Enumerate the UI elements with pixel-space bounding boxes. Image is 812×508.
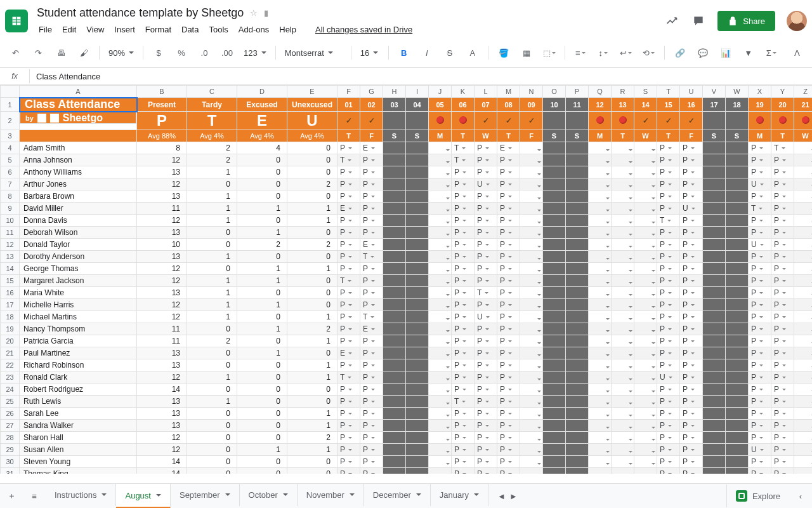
row-header[interactable]: 16 — [1, 287, 20, 299]
attendance-cell[interactable] — [612, 142, 634, 154]
weekend-cell[interactable] — [406, 444, 429, 456]
attendance-cell[interactable]: P — [657, 420, 680, 432]
excused-count[interactable]: 0 — [237, 154, 287, 166]
attendance-cell[interactable]: P — [771, 178, 794, 190]
attendance-cell[interactable] — [634, 456, 657, 468]
attendance-cell[interactable]: P — [680, 287, 703, 299]
attendance-cell[interactable] — [520, 239, 543, 251]
print-icon[interactable]: 🖶 — [51, 44, 71, 62]
weekend-cell[interactable] — [383, 154, 406, 166]
attendance-cell[interactable] — [520, 311, 543, 323]
excused-count[interactable]: 4 — [237, 142, 287, 154]
weekend-cell[interactable] — [406, 263, 429, 275]
stat-letter[interactable]: P — [137, 112, 187, 130]
attendance-cell[interactable]: E — [497, 142, 520, 154]
attendance-cell[interactable] — [634, 215, 657, 227]
attendance-cell[interactable] — [589, 287, 612, 299]
excused-count[interactable]: 0 — [237, 420, 287, 432]
present-count[interactable]: 13 — [137, 420, 187, 432]
weekend-cell[interactable] — [543, 154, 566, 166]
attendance-cell[interactable] — [429, 227, 452, 239]
weekend-cell[interactable] — [566, 166, 589, 178]
attendance-cell[interactable] — [589, 227, 612, 239]
attendance-cell[interactable]: E — [337, 347, 360, 359]
weekend-cell[interactable] — [383, 299, 406, 311]
weekend-cell[interactable] — [543, 444, 566, 456]
excused-count[interactable]: 0 — [237, 335, 287, 347]
attendance-cell[interactable] — [634, 178, 657, 190]
weekend-cell[interactable] — [543, 251, 566, 263]
weekend-cell[interactable] — [383, 347, 406, 359]
weekend-cell[interactable] — [703, 468, 726, 474]
unexcused-count[interactable]: 0 — [287, 396, 337, 408]
col-header[interactable]: M — [497, 86, 520, 98]
present-count[interactable]: 12 — [137, 371, 187, 384]
row-header[interactable]: 28 — [1, 432, 20, 444]
weekend-cell[interactable] — [406, 142, 429, 154]
attendance-cell[interactable] — [589, 359, 612, 371]
attendance-cell[interactable] — [794, 444, 813, 456]
unexcused-count[interactable]: 0 — [287, 456, 337, 468]
row-header[interactable]: 26 — [1, 408, 20, 420]
weekend-cell[interactable] — [726, 347, 749, 359]
weekend-cell[interactable] — [406, 359, 429, 371]
col-header[interactable]: Y — [771, 86, 794, 98]
attendance-cell[interactable]: P — [749, 287, 771, 299]
attendance-cell[interactable]: P — [749, 335, 771, 347]
attendance-cell[interactable]: P — [497, 166, 520, 178]
attendance-cell[interactable]: P — [657, 239, 680, 251]
day-status[interactable]: ✓ — [475, 112, 497, 130]
font-dropdown[interactable]: Montserrat — [281, 44, 346, 62]
weekend-cell[interactable] — [566, 396, 589, 408]
tardy-count[interactable]: 0 — [187, 432, 237, 444]
excused-count[interactable]: 0 — [237, 408, 287, 420]
attendance-cell[interactable] — [589, 215, 612, 227]
excused-count[interactable]: 0 — [237, 371, 287, 384]
attendance-cell[interactable] — [634, 323, 657, 335]
day-number[interactable]: 06 — [452, 98, 475, 112]
attendance-cell[interactable]: P — [452, 432, 475, 444]
attendance-cell[interactable]: P — [771, 335, 794, 347]
attendance-cell[interactable]: P — [452, 190, 475, 203]
col-header[interactable]: R — [612, 86, 634, 98]
day-letter[interactable]: S — [406, 130, 429, 142]
col-header[interactable]: C — [187, 86, 237, 98]
attendance-cell[interactable]: P — [749, 384, 771, 396]
attendance-cell[interactable]: P — [497, 444, 520, 456]
weekend-cell[interactable] — [543, 456, 566, 468]
weekend-cell[interactable] — [543, 311, 566, 323]
attendance-cell[interactable]: P — [360, 384, 383, 396]
attendance-cell[interactable] — [429, 371, 452, 384]
excused-count[interactable]: 1 — [237, 275, 287, 287]
weekend-cell[interactable] — [726, 190, 749, 203]
unexcused-count[interactable]: 0 — [287, 166, 337, 178]
weekend-cell[interactable] — [383, 359, 406, 371]
attendance-cell[interactable]: P — [360, 335, 383, 347]
weekend-cell[interactable] — [726, 335, 749, 347]
attendance-cell[interactable] — [429, 178, 452, 190]
spreadsheet-grid[interactable]: ABCDEFGHIJKLMNOPQRSTUVWXYZ1Class Attenda… — [0, 85, 812, 474]
attendance-cell[interactable] — [520, 359, 543, 371]
brand-cell[interactable]: by Sheetgo — [20, 112, 136, 124]
attendance-cell[interactable]: P — [657, 166, 680, 178]
weekend-cell[interactable] — [566, 190, 589, 203]
attendance-cell[interactable]: P — [771, 408, 794, 420]
weekend-cell[interactable] — [726, 371, 749, 384]
attendance-cell[interactable]: P — [497, 335, 520, 347]
col-header[interactable]: P — [566, 86, 589, 98]
attendance-cell[interactable]: P — [497, 323, 520, 335]
attendance-cell[interactable]: P — [771, 384, 794, 396]
weekend-cell[interactable] — [383, 203, 406, 215]
attendance-cell[interactable]: P — [475, 142, 497, 154]
weekend-cell[interactable] — [543, 190, 566, 203]
row-header[interactable]: 7 — [1, 178, 20, 190]
attendance-cell[interactable]: P — [360, 420, 383, 432]
attendance-cell[interactable]: P — [475, 299, 497, 311]
attendance-cell[interactable]: P — [475, 408, 497, 420]
day-status[interactable] — [406, 112, 429, 130]
col-header[interactable]: O — [543, 86, 566, 98]
row-header[interactable]: 11 — [1, 227, 20, 239]
day-letter[interactable]: F — [680, 130, 703, 142]
weekend-cell[interactable] — [726, 239, 749, 251]
attendance-cell[interactable]: P — [452, 371, 475, 384]
